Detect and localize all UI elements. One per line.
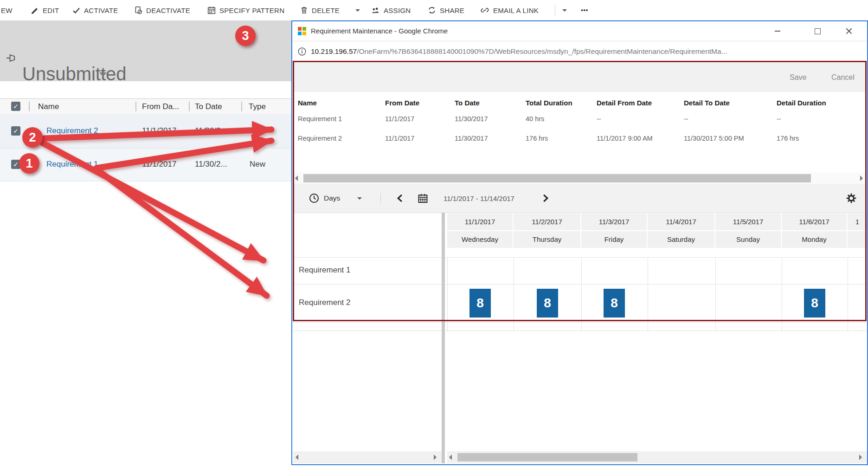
booking-cell[interactable]: 8 [604,289,625,318]
grid-line [292,257,867,258]
logo-square-blue [298,32,302,35]
toolbar-button-specify-pattern[interactable]: SPECIFY PATTERN [207,0,284,20]
grid-line [581,257,582,331]
email-link-dropdown-button[interactable] [562,0,567,20]
toolbar-separator [555,5,555,16]
maximize-icon [815,28,821,34]
booking-cell[interactable]: 8 [537,289,558,318]
toolbar-button-deactivate[interactable]: DEACTIVATE [134,0,190,20]
calendar-icon[interactable] [418,184,428,213]
column-header-to[interactable]: To Date [195,99,222,114]
column-header-from[interactable]: From Da... [142,99,179,114]
screen: EW EDIT ACTIVATE DEACTIVATE [0,0,868,467]
toolbar-button-edit[interactable]: EDIT [31,0,59,20]
save-cancel-bar: Save Cancel [293,63,866,92]
scale-mode-dropdown[interactable]: Days [324,184,340,213]
chevron-left-icon [396,194,404,202]
scroll-right-arrow[interactable] [859,454,862,460]
table-horizontal-scrollbar[interactable] [293,173,866,184]
toolbar-button-label: EDIT [43,6,59,14]
window-title-bar[interactable]: Requirement Maintenance - Google Chrome [292,21,867,41]
booking-cell[interactable]: 8 [804,289,825,318]
toolbar-button-activate[interactable]: ACTIVATE [72,0,118,20]
check-icon: ✓ [13,161,19,168]
scroll-right-arrow[interactable] [434,454,437,460]
next-range-button[interactable] [542,184,549,213]
row-checkbox[interactable]: ✓ [11,126,20,136]
table-cell: Requirement 2 [298,135,342,142]
view-title[interactable]: Unsubmitted [22,64,127,84]
minimize-button[interactable] [768,21,787,41]
list-row-requirement-1[interactable]: ✓ Requirement 1 11/1/2017 11/30/2... New [0,149,291,182]
toolbar-button-email-link[interactable]: EMAIL A LINK [480,0,539,20]
logo-square-green [302,27,306,31]
names-horizontal-scrollbar[interactable] [293,451,442,463]
people-icon [371,6,380,14]
view-header: Unsubmitted [0,20,291,81]
scrollbar-thumb[interactable] [457,453,637,461]
scale-dropdown-caret[interactable] [357,184,362,213]
scale-mode-label: Days [324,194,340,202]
toolbar-button-assign[interactable]: ASSIGN [371,0,411,20]
scroll-left-arrow[interactable] [296,454,298,460]
row-checkbox[interactable]: ✓ [11,160,20,169]
table-header-detail-to: Detail To Date [684,99,730,107]
toolbar-button-label: ACTIVATE [84,6,118,14]
grid-line [848,257,848,331]
scrollbar-thumb[interactable] [303,174,811,182]
splitter[interactable] [442,213,445,463]
url-text[interactable]: 10.219.196.57/OneFarm/%7B636418888140001… [311,41,863,62]
delete-dropdown-button[interactable] [355,0,360,20]
calendar-row-name: Requirement 2 [299,298,351,307]
select-all-checkbox[interactable]: ✓ [11,102,20,111]
record-link[interactable]: Requirement 1 [46,160,98,169]
settings-button[interactable] [846,184,856,213]
minimize-icon [775,31,780,32]
toolbar-button-label: SPECIFY PATTERN [219,6,284,14]
grid-day-header: Monday [782,231,847,248]
toolbar-button-new[interactable]: EW [1,0,13,20]
grid-date-header-partial: 1 [848,214,867,230]
grid-day-header: Wednesday [447,231,513,248]
grid-day-header: Saturday [648,231,714,248]
save-button[interactable]: Save [790,63,806,92]
list-row-requirement-2[interactable]: ✓ Requirement 2 11/1/2017 11/30/2... New [0,114,291,149]
maximize-button[interactable] [808,21,827,41]
calendar-pattern-icon [207,6,216,14]
toolbar-button-label: DELETE [312,6,340,14]
date-range-text: 11/1/2017 - 11/14/2017 [444,195,514,202]
table-header-to: To Date [455,99,480,107]
record-link[interactable]: Requirement 2 [46,126,98,136]
cancel-button[interactable]: Cancel [831,63,855,92]
previous-range-button[interactable] [396,184,404,213]
scroll-left-arrow[interactable] [449,454,452,460]
scroll-left-arrow[interactable] [295,175,298,181]
column-header-name[interactable]: Name [38,99,59,114]
trash-icon [300,6,308,14]
check-icon: ✓ [13,127,19,135]
grid-day-header: Sunday [715,231,781,248]
link-icon [480,6,489,14]
table-header-name: Name [298,99,317,107]
close-button[interactable] [840,21,858,41]
toolbar-button-delete[interactable]: DELETE [300,0,340,20]
table-cell: -- [777,115,781,123]
column-header-type[interactable]: Type [249,99,266,114]
table-cell: 11/1/2017 9:00 AM [597,135,653,142]
address-bar[interactable]: 10.219.196.57/OneFarm/%7B636418888140001… [292,41,867,62]
share-refresh-icon [428,6,436,14]
table-header-detail-from: Detail From Date [597,99,652,107]
toolbar-button-label: DEACTIVATE [146,6,190,14]
column-separator [29,102,30,111]
annotation-arrow-to-calendar-row2 [101,173,267,296]
grid-line [715,257,716,331]
grid-date-header: 11/2/2017 [514,214,580,230]
check-icon: ✓ [13,103,19,110]
grid-horizontal-scrollbar[interactable] [447,451,867,463]
scroll-right-arrow[interactable] [860,175,863,181]
gear-icon [846,193,856,203]
view-dropdown-chevron-icon[interactable] [99,72,107,77]
booking-cell[interactable]: 8 [469,289,491,318]
toolbar-button-share[interactable]: SHARE [428,0,464,20]
toolbar-overflow-button[interactable]: ••• [581,0,588,20]
